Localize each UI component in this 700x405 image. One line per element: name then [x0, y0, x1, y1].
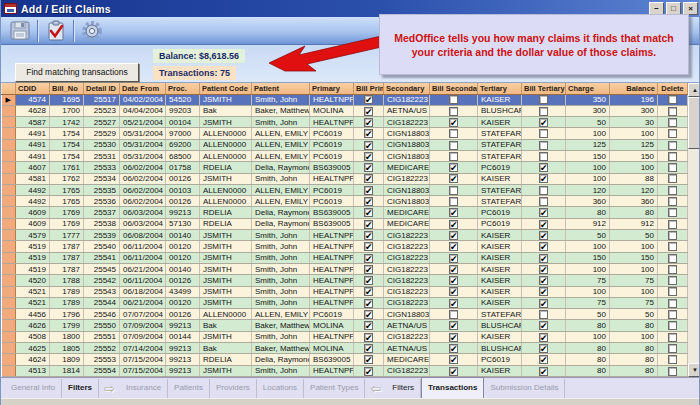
table-row[interactable]: 452117892554306/18/200443499JSMITHSmith,… — [2, 286, 688, 297]
bill-tertiary-checkbox[interactable]: ✔ — [539, 231, 548, 240]
cell-cdid[interactable]: 4626 — [16, 320, 50, 331]
bill-primary-checkbox[interactable]: ✔ — [364, 231, 373, 240]
cell-primary[interactable]: MOLINA — [310, 343, 354, 354]
column-header-bill-tertiary[interactable]: Bill Tertiary — [522, 83, 566, 94]
cell-proc[interactable]: 57130 — [166, 218, 200, 229]
cell-date_from[interactable]: 04/04/2004 — [120, 105, 166, 116]
column-header-bill-primary[interactable]: Bill Primary — [354, 83, 384, 94]
table-row[interactable]: 449117542553005/31/200469200ALLEN0000ALL… — [2, 139, 688, 150]
cell-cdid[interactable]: 4519 — [16, 263, 50, 274]
table-row[interactable]: 460917692553706/03/200499213RDELIADelia,… — [2, 207, 688, 218]
bill-secondary-checkbox[interactable]: ✔ — [449, 242, 458, 251]
bill-tertiary-checkbox[interactable] — [539, 152, 548, 161]
cell-patient_code[interactable]: JSMITH — [200, 241, 252, 252]
delete-checkbox[interactable] — [668, 118, 677, 127]
cell-balance[interactable]: 125 — [610, 139, 658, 150]
cell-bill_no[interactable]: 1787 — [50, 241, 84, 252]
cell-secondary[interactable]: CIG182223 — [384, 263, 430, 274]
cell-bill_no[interactable]: 1787 — [50, 263, 84, 274]
cell-patient_code[interactable]: JSMITH — [200, 275, 252, 286]
cell-primary[interactable]: PC6019 — [310, 309, 354, 320]
cell-charge[interactable]: 912 — [566, 218, 610, 229]
cell-detail_id[interactable]: 25550 — [84, 320, 120, 331]
cell-detail_id[interactable]: 25540 — [84, 241, 120, 252]
delete-checkbox[interactable] — [668, 220, 677, 229]
delete-checkbox[interactable] — [668, 367, 677, 376]
bill-primary-checkbox[interactable]: ✔ — [364, 254, 373, 263]
cell-primary[interactable]: HEALTNPPO — [310, 117, 354, 128]
cell-patient[interactable]: Smith, John — [252, 286, 310, 297]
cell-tertiary[interactable]: KAISER — [478, 241, 522, 252]
cell-patient_code[interactable]: RDELIA — [200, 354, 252, 365]
cell-proc[interactable]: 99213 — [166, 320, 200, 331]
cell-cdid[interactable]: 4581 — [16, 173, 50, 184]
column-header-detail-id[interactable]: Detail ID — [84, 83, 120, 94]
cell-patient[interactable]: Baker, Matthew — [252, 343, 310, 354]
cell-secondary[interactable]: CIG182223 — [384, 241, 430, 252]
delete-checkbox[interactable] — [668, 254, 677, 263]
record-selector-cell[interactable] — [2, 150, 16, 161]
column-header-delete[interactable]: Delete — [658, 83, 688, 94]
cell-charge[interactable]: 100 — [566, 331, 610, 342]
cell-detail_id[interactable]: 25542 — [84, 275, 120, 286]
cell-patient_code[interactable]: ALLEN0000 — [200, 128, 252, 139]
cell-cdid[interactable]: 4491 — [16, 139, 50, 150]
bill-secondary-checkbox[interactable]: ✔ — [449, 333, 458, 342]
column-header-patient[interactable]: Patient — [252, 83, 310, 94]
bill-secondary-checkbox[interactable]: ✔ — [449, 163, 458, 172]
cell-patient_code[interactable]: ALLEN0000 — [200, 184, 252, 195]
bill-tertiary-checkbox[interactable]: ✔ — [539, 220, 548, 229]
cell-date_from[interactable]: 06/02/2004 — [120, 173, 166, 184]
table-row[interactable]: 462817002552304/04/200499203BakBaker, Ma… — [2, 105, 688, 116]
cell-tertiary[interactable]: STATEFAR1 — [478, 184, 522, 195]
cell-secondary[interactable]: CIGN18803 — [384, 184, 430, 195]
bill-secondary-checkbox[interactable]: ✔ — [449, 265, 458, 274]
cell-patient[interactable]: Smith, John — [252, 331, 310, 342]
bill-primary-checkbox[interactable]: ✔ — [364, 242, 373, 251]
bill-secondary-checkbox[interactable] — [449, 141, 458, 150]
bill-tertiary-checkbox[interactable]: ✔ — [539, 321, 548, 330]
column-header-balance[interactable]: Balance — [610, 83, 658, 94]
cell-patient[interactable]: Smith, John — [252, 94, 310, 105]
bill-primary-checkbox[interactable]: ✔ — [364, 265, 373, 274]
table-row[interactable]: 451917872554006/11/200400120JSMITHSmith,… — [2, 241, 688, 252]
cell-patient[interactable]: Delia, Raymond — [252, 162, 310, 173]
cell-cdid[interactable]: 4519 — [16, 241, 50, 252]
cell-patient[interactable]: Baker, Matthew — [252, 320, 310, 331]
cell-cdid[interactable]: 4513 — [16, 365, 50, 376]
cell-patient_code[interactable]: JSMITH — [200, 230, 252, 241]
cell-bill_no[interactable]: 1761 — [50, 162, 84, 173]
settings-button[interactable] — [78, 19, 106, 43]
bill-primary-checkbox[interactable]: ✔ — [364, 197, 373, 206]
cell-patient_code[interactable]: ALLEN0000 — [200, 150, 252, 161]
bill-tertiary-checkbox[interactable]: ✔ — [539, 254, 548, 263]
cell-charge[interactable]: 100 — [566, 173, 610, 184]
bill-primary-checkbox[interactable]: ✔ — [364, 367, 373, 376]
cell-primary[interactable]: BS639005 — [310, 207, 354, 218]
cell-balance[interactable]: 100 — [610, 162, 658, 173]
cell-tertiary[interactable]: KAISER — [478, 94, 522, 105]
bill-primary-checkbox[interactable]: ✔ — [364, 276, 373, 285]
table-row[interactable]: 460917692553806/03/200457130RDELIADelia,… — [2, 218, 688, 229]
record-selector-cell[interactable] — [2, 173, 16, 184]
tab-transactions[interactable]: Transactions — [421, 377, 484, 398]
cell-secondary[interactable]: MEDICARE — [384, 162, 430, 173]
cell-primary[interactable]: BS639005 — [310, 218, 354, 229]
claims-table[interactable]: CDIDBill_NoDetail IDDate FromProc.Patien… — [1, 83, 688, 377]
bill-primary-checkbox[interactable]: ✔ — [364, 344, 373, 353]
cell-secondary[interactable]: CIG182223 — [384, 297, 430, 308]
delete-checkbox[interactable] — [668, 321, 677, 330]
cell-cdid[interactable]: 4609 — [16, 218, 50, 229]
cell-proc[interactable]: 00120 — [166, 252, 200, 263]
cell-primary[interactable]: HEALTNPPO — [310, 241, 354, 252]
cell-patient[interactable]: Smith, John — [252, 241, 310, 252]
delete-checkbox[interactable] — [668, 129, 677, 138]
delete-checkbox[interactable] — [668, 152, 677, 161]
cell-detail_id[interactable]: 25536 — [84, 196, 120, 207]
cell-charge[interactable]: 360 — [566, 196, 610, 207]
cell-patient_code[interactable]: ALLEN0000 — [200, 196, 252, 207]
cell-patient[interactable]: Delia, Raymond — [252, 218, 310, 229]
cell-primary[interactable]: MOLINA — [310, 105, 354, 116]
cell-balance[interactable]: 300 — [610, 105, 658, 116]
delete-checkbox[interactable] — [668, 299, 677, 308]
